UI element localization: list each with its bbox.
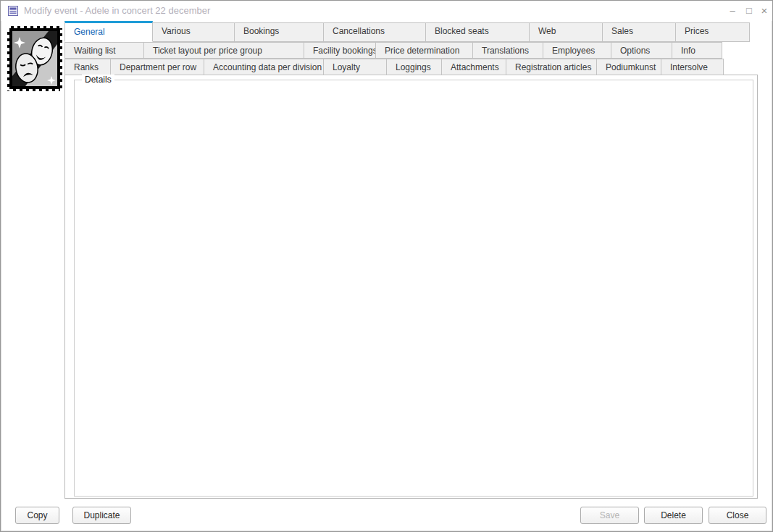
tab-options[interactable]: Options xyxy=(611,42,672,59)
tab-podiumkunst[interactable]: Podiumkunst xyxy=(596,59,661,75)
tab-various[interactable]: Various xyxy=(152,22,235,42)
tab-loggings[interactable]: Loggings xyxy=(386,59,442,75)
tab-price-determination[interactable]: Price determination xyxy=(375,42,473,59)
tab-loyalty[interactable]: Loyalty xyxy=(323,59,387,75)
tab-registration-articles[interactable]: Registration articles xyxy=(506,59,597,75)
close-dialog-button[interactable]: Close xyxy=(709,507,766,524)
maximize-button[interactable]: □ xyxy=(742,4,756,17)
tab-bookings[interactable]: Bookings xyxy=(234,22,324,42)
close-button[interactable]: × xyxy=(757,4,772,17)
delete-button[interactable]: Delete xyxy=(644,507,703,524)
tab-cancellations[interactable]: Cancellations xyxy=(323,22,426,42)
window-title: Modify event - Adele in concert 22 decem… xyxy=(24,5,210,16)
tab-general[interactable]: General xyxy=(64,21,153,42)
minimize-button[interactable]: – xyxy=(725,4,740,17)
duplicate-button[interactable]: Duplicate xyxy=(72,507,131,524)
tab-facility-bookings[interactable]: Facility bookings xyxy=(304,42,376,59)
details-groupbox: Details xyxy=(74,80,753,497)
modify-event-window: Modify event - Adele in concert 22 decem… xyxy=(0,0,773,532)
title-bar: Modify event - Adele in concert 22 decem… xyxy=(1,1,772,21)
tab-intersolve[interactable]: Intersolve xyxy=(661,59,724,75)
tab-web[interactable]: Web xyxy=(529,22,603,42)
tab-row-2: Waiting listTicket layout per price grou… xyxy=(64,42,722,59)
window-document-icon xyxy=(8,6,18,16)
tab-accounting-data-per-division[interactable]: Accounting data per division xyxy=(204,59,324,75)
tab-ticket-layout-per-price-group[interactable]: Ticket layout per price group xyxy=(143,42,304,59)
details-group-label: Details xyxy=(82,75,114,85)
tab-sales[interactable]: Sales xyxy=(602,22,676,42)
copy-button[interactable]: Copy xyxy=(15,507,59,524)
tab-department-per-row[interactable]: Department per row xyxy=(110,59,204,75)
tab-row-3: RanksDepartment per rowAccounting data p… xyxy=(64,59,724,75)
tab-attachments[interactable]: Attachments xyxy=(441,59,506,75)
tab-employees[interactable]: Employees xyxy=(543,42,611,59)
tab-ranks[interactable]: Ranks xyxy=(64,59,111,75)
tab-prices[interactable]: Prices xyxy=(675,22,750,42)
tab-info[interactable]: Info xyxy=(672,42,722,59)
tab-waiting-list[interactable]: Waiting list xyxy=(64,42,144,59)
tab-translations[interactable]: Translations xyxy=(472,42,543,59)
tab-blocked-seats[interactable]: Blocked seats xyxy=(425,22,530,42)
tab-row-1: GeneralVariousBookingsCancellationsBlock… xyxy=(64,22,750,42)
save-button: Save xyxy=(580,507,639,524)
theater-masks-icon xyxy=(7,25,63,92)
